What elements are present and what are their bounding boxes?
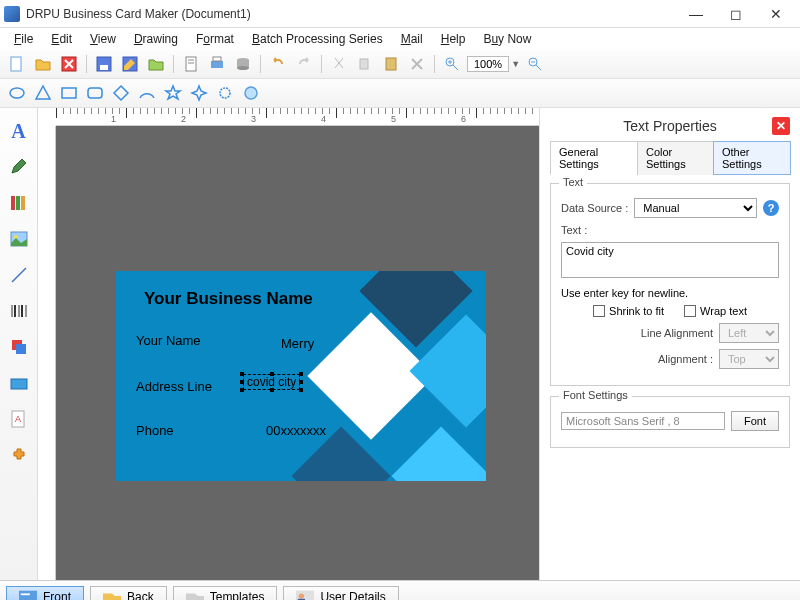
card-phone-value[interactable]: 00xxxxxxx (266, 423, 326, 438)
document-icon[interactable] (180, 53, 202, 75)
left-toolbox: A A (0, 108, 38, 580)
tab-back[interactable]: Back (90, 586, 167, 601)
svg-rect-29 (21, 196, 25, 210)
line-align-select: Left (719, 323, 779, 343)
menu-buynow[interactable]: Buy Now (475, 30, 539, 48)
color-tool-icon[interactable] (6, 370, 32, 396)
business-card[interactable]: Your Business Name Your Name Merry Addre… (116, 271, 486, 481)
menu-mail[interactable]: Mail (393, 30, 431, 48)
svg-rect-27 (11, 196, 15, 210)
window-title: DRPU Business Card Maker (Document1) (26, 7, 676, 21)
copy-icon[interactable] (354, 53, 376, 75)
arc-icon[interactable] (136, 82, 158, 104)
card-name-label[interactable]: Your Name (136, 333, 201, 348)
tab-front[interactable]: Front (6, 586, 84, 601)
shapes-toolbar (0, 79, 800, 108)
minimize-button[interactable]: — (676, 0, 716, 28)
properties-close-icon[interactable]: ✕ (772, 117, 790, 135)
svg-rect-0 (11, 57, 21, 71)
tab-other[interactable]: Other Settings (713, 141, 791, 175)
layers-icon[interactable] (6, 334, 32, 360)
rounded-rect-icon[interactable] (84, 82, 106, 104)
card-title[interactable]: Your Business Name (144, 289, 313, 309)
paste-icon[interactable] (380, 53, 402, 75)
canvas[interactable]: Your Business Name Your Name Merry Addre… (56, 126, 539, 580)
menu-file[interactable]: File (6, 30, 41, 48)
card-phone-label[interactable]: Phone (136, 423, 174, 438)
svg-rect-8 (211, 61, 223, 68)
burst-icon[interactable] (214, 82, 236, 104)
tab-color[interactable]: Color Settings (637, 141, 714, 175)
svg-rect-43 (19, 590, 37, 600)
help-icon[interactable]: ? (763, 200, 779, 216)
datasource-label: Data Source : (561, 202, 628, 214)
svg-rect-40 (11, 379, 27, 389)
main-toolbar: 100% ▼ (0, 50, 800, 79)
bottom-bar: Front Back Templates User Details (0, 580, 800, 600)
seal-icon[interactable] (240, 82, 262, 104)
ruler-horizontal: /*ticks drawn below via numbers*/ 1 2 3 … (56, 108, 539, 126)
card-name-value[interactable]: Merry (281, 336, 314, 351)
tab-templates[interactable]: Templates (173, 586, 278, 601)
svg-point-25 (220, 88, 230, 98)
menu-drawing[interactable]: Drawing (126, 30, 186, 48)
zoom-level[interactable]: 100% (467, 56, 509, 72)
menu-help[interactable]: Help (433, 30, 474, 48)
ruler-vertical (38, 126, 56, 580)
close-file-icon[interactable] (58, 53, 80, 75)
svg-rect-24 (88, 88, 102, 98)
undo-icon[interactable] (267, 53, 289, 75)
card-address-value-selected[interactable]: covid city (243, 375, 300, 389)
menu-batch[interactable]: Batch Processing Series (244, 30, 391, 48)
redo-icon[interactable] (293, 53, 315, 75)
properties-panel: Text Properties ✕ General Settings Color… (540, 108, 800, 580)
plugin-icon[interactable] (6, 442, 32, 468)
star-icon[interactable] (162, 82, 184, 104)
maximize-button[interactable]: ◻ (716, 0, 756, 28)
folder-icon[interactable] (145, 53, 167, 75)
barcode-tool-icon[interactable] (6, 298, 32, 324)
svg-rect-23 (62, 88, 76, 98)
watermark-icon[interactable]: A (6, 406, 32, 432)
datasource-select[interactable]: Manual (634, 198, 757, 218)
save-icon[interactable] (93, 53, 115, 75)
database-icon[interactable] (232, 53, 254, 75)
menu-view[interactable]: View (82, 30, 124, 48)
picture-tool-icon[interactable] (6, 226, 32, 252)
svg-point-26 (245, 87, 257, 99)
menu-format[interactable]: Format (188, 30, 242, 48)
star4-icon[interactable] (188, 82, 210, 104)
zoom-in-icon[interactable] (441, 53, 463, 75)
delete-icon[interactable] (406, 53, 428, 75)
diamond-icon[interactable] (110, 82, 132, 104)
pencil-tool-icon[interactable] (6, 154, 32, 180)
text-input[interactable]: Covid city (561, 242, 779, 278)
font-button[interactable]: Font (731, 411, 779, 431)
close-button[interactable]: ✕ (756, 0, 796, 28)
tab-user-details[interactable]: User Details (283, 586, 398, 601)
align-label: Alignment : (658, 353, 713, 365)
rectangle-icon[interactable] (58, 82, 80, 104)
print-icon[interactable] (206, 53, 228, 75)
svg-line-32 (12, 268, 26, 282)
zoom-out-icon[interactable] (524, 53, 546, 75)
open-icon[interactable] (32, 53, 54, 75)
svg-rect-5 (186, 57, 196, 71)
text-label: Text : (561, 224, 587, 236)
svg-line-16 (453, 65, 458, 70)
triangle-icon[interactable] (32, 82, 54, 104)
shrink-checkbox[interactable]: Shrink to fit (593, 305, 664, 317)
library-icon[interactable] (6, 190, 32, 216)
cut-icon[interactable] (328, 53, 350, 75)
save-as-icon[interactable] (119, 53, 141, 75)
menu-edit[interactable]: Edit (43, 30, 80, 48)
new-icon[interactable] (6, 53, 28, 75)
ellipse-icon[interactable] (6, 82, 28, 104)
line-tool-icon[interactable] (6, 262, 32, 288)
svg-rect-28 (16, 196, 20, 210)
text-tool-icon[interactable]: A (6, 118, 32, 144)
svg-rect-3 (100, 65, 108, 70)
wrap-checkbox[interactable]: Wrap text (684, 305, 747, 317)
tab-general[interactable]: General Settings (550, 141, 638, 175)
card-address-label[interactable]: Address Line (136, 379, 212, 394)
